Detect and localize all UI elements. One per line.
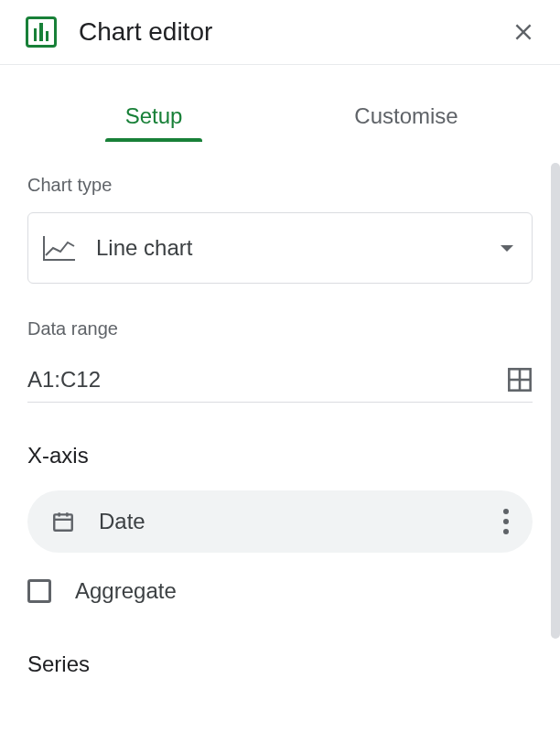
chart-type-value: Line chart [96,235,501,261]
aggregate-checkbox[interactable] [27,579,51,603]
data-range-value: A1:C12 [27,367,507,393]
close-button[interactable] [509,17,538,47]
chart-editor-icon [26,16,57,48]
panel-title: Chart editor [79,17,509,47]
xaxis-more-button[interactable] [503,509,509,534]
svg-rect-5 [54,514,72,530]
line-chart-icon [43,235,76,261]
tab-setup[interactable]: Setup [27,94,280,142]
aggregate-row: Aggregate [27,578,533,604]
chevron-down-icon [501,245,513,252]
scrollbar[interactable] [551,163,560,639]
more-vertical-icon [503,509,509,514]
data-range-field[interactable]: A1:C12 [27,356,533,403]
panel-header: Chart editor [0,0,560,65]
chart-type-select[interactable]: Line chart [27,212,533,284]
tab-customise[interactable]: Customise [280,94,533,142]
series-heading: Series [27,651,533,677]
xaxis-column-chip[interactable]: Date [27,490,533,553]
xaxis-heading: X-axis [27,443,533,468]
data-range-label: Data range [27,318,533,339]
calendar-icon [51,510,75,533]
select-range-icon[interactable] [507,367,533,393]
tab-bar: Setup Customise [0,94,560,142]
panel-content: Chart type Line chart Data range A1:C12 … [0,142,560,677]
chart-type-label: Chart type [27,175,533,196]
aggregate-label: Aggregate [75,578,177,604]
close-icon [512,20,535,44]
xaxis-column-name: Date [99,509,503,534]
